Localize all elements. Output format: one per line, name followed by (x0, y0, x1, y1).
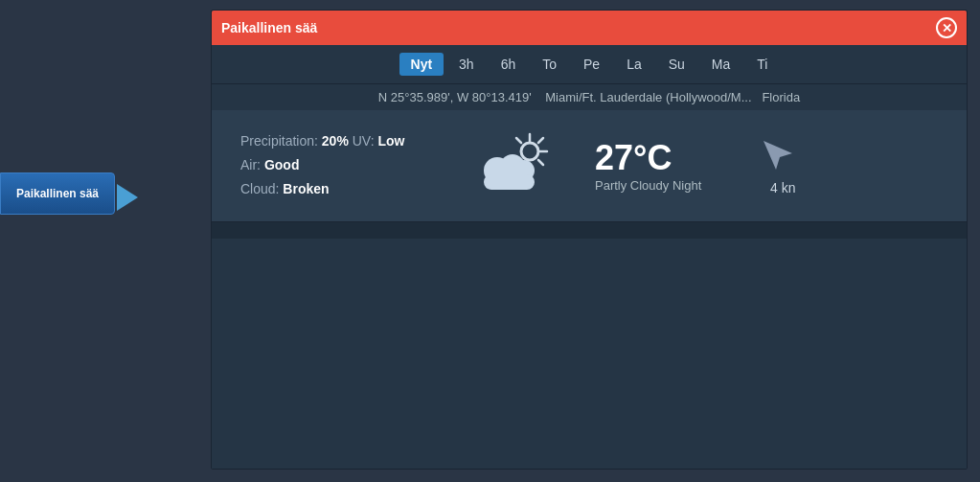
tab-6h[interactable]: 6h (490, 53, 528, 76)
uv-label: UV: (353, 133, 375, 149)
location-bar: N 25°35.989', W 80°13.419' Miami/Ft. Lau… (212, 83, 967, 110)
air-value: Good (264, 157, 300, 172)
tab-la[interactable]: La (615, 53, 653, 76)
tab-nyt[interactable]: Nyt (399, 53, 444, 76)
partly-cloudy-night-icon (470, 132, 557, 199)
temperature-description: Partly Cloudy Night (595, 178, 701, 193)
uv-value: Low (377, 133, 404, 149)
location-text: N 25°35.989', W 80°13.419' Miami/Ft. Lau… (378, 90, 800, 104)
precipitation-row: Precipitation: 20% UV: Low (240, 129, 432, 153)
location-coords: N 25°35.989', W 80°13.419' (378, 90, 532, 104)
tab-bar: Nyt 3h 6h To Pe La Su Ma Ti (212, 45, 967, 83)
tab-ma[interactable]: Ma (700, 53, 741, 76)
air-label: Air: (240, 157, 261, 172)
temperature-value: 27°C (595, 138, 672, 178)
svg-line-4 (516, 138, 521, 143)
wind-area: 4 kn (759, 136, 807, 195)
progress-bar (212, 221, 967, 239)
wind-direction-icon (759, 136, 807, 174)
svg-line-1 (538, 138, 543, 143)
weather-content: Precipitation: 20% UV: Low Air: Good Clo… (212, 110, 967, 221)
svg-rect-9 (484, 174, 535, 190)
svg-line-3 (538, 160, 543, 165)
precipitation-label: Precipitation: (240, 133, 318, 149)
weather-icon-area (470, 132, 557, 199)
close-button[interactable]: ✕ (936, 17, 957, 38)
weather-panel: Paikallinen sää ✕ Nyt 3h 6h To Pe La Su … (211, 10, 968, 470)
svg-point-5 (521, 143, 538, 160)
sidebar-arrow (117, 184, 138, 211)
tab-3h[interactable]: 3h (447, 53, 486, 76)
close-icon: ✕ (942, 22, 952, 34)
tab-su[interactable]: Su (657, 53, 696, 76)
tab-to[interactable]: To (531, 53, 568, 76)
cloud-label: Cloud: (240, 181, 279, 196)
wind-speed-value: 4 kn (770, 180, 795, 195)
location-city: Miami/Ft. Lauderdale (Hollywood/M... (545, 90, 751, 104)
tab-ti[interactable]: Ti (745, 53, 779, 76)
air-row: Air: Good (240, 153, 432, 177)
panel-title: Paikallinen sää (221, 20, 317, 35)
title-bar: Paikallinen sää ✕ (212, 11, 967, 45)
sidebar-button[interactable]: Paikallinen sää (0, 172, 115, 215)
svg-marker-10 (763, 141, 792, 170)
bottom-area (212, 239, 967, 469)
weather-info: Precipitation: 20% UV: Low Air: Good Clo… (240, 129, 432, 202)
temperature-area: 27°C Partly Cloudy Night (595, 138, 701, 193)
cloud-value: Broken (283, 181, 329, 196)
tab-pe[interactable]: Pe (572, 53, 611, 76)
sidebar-button-label: Paikallinen sää (16, 187, 99, 200)
precipitation-value: 20% (322, 133, 349, 149)
location-state: Florida (762, 90, 800, 104)
cloud-row: Cloud: Broken (240, 177, 432, 201)
